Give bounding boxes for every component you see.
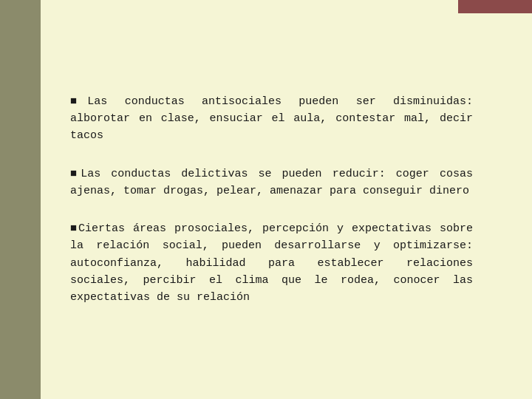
top-right-bar: [458, 0, 532, 13]
bullet-content-1: Las conductas antisociales pueden ser di…: [70, 95, 473, 143]
bullet-text-1: ■Las conductas antisociales pueden ser d…: [70, 93, 473, 145]
bullet-marker-1: ■: [70, 95, 87, 108]
bullet-block-3: ■Ciertas áreas prosociales, percepción y…: [70, 220, 473, 306]
bullet-block-1: ■Las conductas antisociales pueden ser d…: [70, 93, 473, 145]
bullet-marker-3: ■: [70, 222, 78, 235]
left-bar: [0, 0, 41, 399]
content-area: ■Las conductas antisociales pueden ser d…: [70, 93, 473, 307]
bullet-content-3: Ciertas áreas prosociales, percepción y …: [70, 222, 473, 304]
bullet-block-2: ■Las conductas delictivas se pueden redu…: [70, 166, 473, 200]
bullet-marker-2: ■: [70, 168, 81, 180]
bullet-text-2: ■Las conductas delictivas se pueden redu…: [70, 166, 473, 200]
slide: ■Las conductas antisociales pueden ser d…: [0, 0, 532, 399]
bullet-content-2: Las conductas delictivas se pueden reduc…: [70, 168, 473, 197]
bullet-text-3: ■Ciertas áreas prosociales, percepción y…: [70, 220, 473, 306]
